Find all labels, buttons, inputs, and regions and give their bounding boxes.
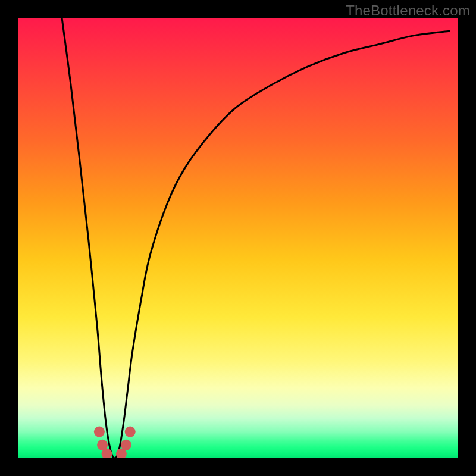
- bottleneck-curve: [62, 18, 449, 458]
- curve-markers: [94, 427, 136, 458]
- curve-marker: [125, 427, 136, 437]
- curve-marker: [94, 427, 105, 437]
- watermark-text: TheBottleneck.com: [346, 2, 470, 19]
- curve-marker: [121, 440, 131, 450]
- curve-layer: [18, 18, 458, 458]
- plot-area: [18, 18, 458, 458]
- chart-frame: TheBottleneck.com: [0, 0, 476, 476]
